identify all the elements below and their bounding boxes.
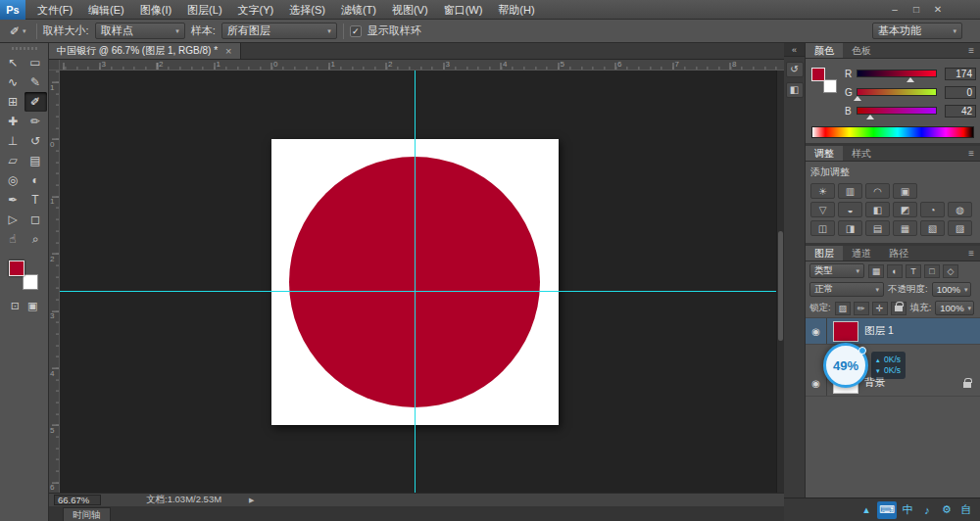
tray-settings-icon[interactable]: ⚙: [938, 501, 956, 519]
clone-stamp-tool[interactable]: ⊥: [2, 131, 24, 151]
g-channel-slider[interactable]: [857, 88, 937, 96]
photo-filter-adjustment-icon[interactable]: ◔: [920, 202, 945, 217]
lasso-tool[interactable]: ∿: [2, 72, 24, 92]
status-popup-arrow[interactable]: ▶: [249, 497, 254, 504]
panel-menu-icon[interactable]: ≡: [962, 43, 980, 58]
lock-position-icon[interactable]: ✛: [872, 302, 888, 315]
tab-color[interactable]: 颜色: [806, 43, 843, 58]
gradient-tool[interactable]: ▤: [24, 151, 47, 170]
pen-tool[interactable]: ✒: [2, 190, 24, 210]
tab-layers[interactable]: 图层: [806, 246, 843, 260]
guide-vertical[interactable]: [415, 71, 416, 493]
shape-tool[interactable]: ◻: [24, 210, 47, 229]
dodge-tool[interactable]: ◐: [24, 170, 47, 190]
marquee-tool[interactable]: ▭: [24, 53, 47, 72]
tray-ime-chinese-icon[interactable]: 中: [899, 501, 916, 519]
crop-tool[interactable]: ⊞: [2, 92, 24, 112]
expand-panels-button[interactable]: «: [784, 43, 805, 57]
r-channel-value-field[interactable]: 174: [945, 68, 976, 80]
fill-select[interactable]: 100% ▾: [935, 301, 974, 315]
hand-tool[interactable]: ☝: [2, 229, 24, 249]
opacity-select[interactable]: 100% ▾: [932, 282, 971, 297]
vertical-scrollbar[interactable]: [776, 71, 784, 493]
lock-image-pixels-icon[interactable]: ✏: [854, 302, 869, 315]
filter-shape-layers-icon[interactable]: □: [924, 264, 940, 278]
properties-panel-icon[interactable]: ◧: [786, 82, 804, 98]
filter-smart-objects-icon[interactable]: ◇: [943, 264, 958, 278]
menu-item-图层(L)[interactable]: 图层(L): [179, 0, 229, 20]
visibility-eye-icon[interactable]: ◉: [806, 318, 827, 344]
menu-item-文件(F)[interactable]: 文件(F): [29, 0, 80, 20]
scrollbar-thumb[interactable]: [778, 231, 783, 341]
healing-brush-tool[interactable]: ✚: [2, 112, 24, 131]
tab-swatches[interactable]: 色板: [843, 43, 880, 58]
menu-item-图像(I)[interactable]: 图像(I): [132, 0, 179, 20]
workspace-switcher[interactable]: 基本功能 ▾: [872, 23, 962, 39]
slider-thumb[interactable]: [866, 115, 874, 119]
slider-thumb[interactable]: [854, 96, 861, 101]
history-brush-tool[interactable]: ↺: [24, 131, 47, 151]
sample-size-select[interactable]: 取样点 ▾: [95, 23, 185, 39]
background-color-swatch[interactable]: [823, 79, 837, 93]
blur-tool[interactable]: ◎: [2, 170, 24, 190]
invert-adjustment-icon[interactable]: ◨: [838, 220, 862, 236]
blend-mode-select[interactable]: 正常 ▾: [809, 282, 884, 297]
g-channel-value-field[interactable]: 0: [945, 86, 976, 99]
hue-saturation-adjustment-icon[interactable]: ◒: [838, 202, 862, 217]
document-tab[interactable]: 中国银行 @ 66.7% (图层 1, RGB/8) * ×: [49, 43, 241, 59]
move-tool[interactable]: ↖: [2, 53, 24, 72]
tab-styles[interactable]: 样式: [843, 146, 880, 161]
brush-tool[interactable]: ✏: [24, 112, 47, 131]
foreground-color-swatch[interactable]: [9, 260, 24, 276]
canvas-viewport[interactable]: 321012345678 10123456: [49, 60, 784, 493]
filter-pixel-layers-icon[interactable]: ▦: [868, 264, 884, 278]
maximize-button[interactable]: □: [906, 0, 927, 20]
filter-adjustment-layers-icon[interactable]: ◐: [887, 264, 903, 278]
tab-close-icon[interactable]: ×: [225, 45, 231, 57]
network-speed-widget[interactable]: 49% ▴0K/s ▾0K/s: [823, 343, 906, 388]
channel-mixer-adjustment-icon[interactable]: ◍: [948, 202, 972, 217]
gradient-map-adjustment-icon[interactable]: ▧: [920, 220, 945, 236]
tool-preset-picker[interactable]: ✐ ▾: [6, 22, 30, 41]
menu-item-视图(V)[interactable]: 视图(V): [384, 0, 436, 20]
panel-menu-icon[interactable]: ≡: [962, 246, 980, 260]
layer-row-1[interactable]: ◉图层 1: [806, 318, 980, 345]
quick-mask-button[interactable]: ⊡: [11, 300, 20, 312]
tab-adjustments[interactable]: 调整: [806, 146, 843, 161]
b-channel-slider[interactable]: [857, 107, 937, 115]
zoom-tool[interactable]: ⌕: [24, 229, 47, 249]
tab-channels[interactable]: 通道: [843, 246, 880, 260]
sample-select[interactable]: 所有图层 ▾: [221, 23, 337, 39]
quick-selection-tool[interactable]: ✎: [24, 72, 47, 92]
screen-mode-button[interactable]: ▣: [27, 300, 37, 312]
tray-auto-icon[interactable]: 自: [957, 501, 975, 519]
posterize-adjustment-icon[interactable]: ▤: [865, 220, 890, 236]
eyedropper-tool[interactable]: ✐: [24, 92, 47, 112]
exposure-adjustment-icon[interactable]: ▣: [893, 183, 917, 199]
color-balance-adjustment-icon[interactable]: ◧: [865, 202, 890, 217]
zoom-level-field[interactable]: 66.67%: [54, 495, 101, 505]
foreground-color-swatch[interactable]: [811, 68, 825, 81]
background-color-swatch[interactable]: [23, 274, 38, 290]
threshold-adjustment-icon[interactable]: ▦: [893, 220, 917, 236]
timeline-tab[interactable]: 时间轴: [63, 507, 111, 521]
close-button[interactable]: ✕: [927, 0, 949, 20]
color-spectrum-bar[interactable]: [811, 126, 974, 138]
eraser-tool[interactable]: ▱: [2, 151, 24, 170]
slider-thumb[interactable]: [906, 77, 914, 82]
tray-volume-icon[interactable]: ♪: [918, 501, 936, 519]
menu-item-帮助(H)[interactable]: 帮助(H): [490, 0, 542, 20]
panel-menu-icon[interactable]: ≡: [962, 146, 980, 161]
color-lookup-adjustment-icon[interactable]: ◫: [810, 220, 835, 236]
b-channel-value-field[interactable]: 42: [945, 105, 976, 118]
filter-type-layers-icon[interactable]: T: [906, 264, 921, 278]
r-channel-slider[interactable]: [857, 70, 937, 77]
menu-item-窗口(W)[interactable]: 窗口(W): [436, 0, 491, 20]
type-tool[interactable]: T: [24, 190, 47, 210]
show-sampling-ring-checkbox[interactable]: ✓: [350, 25, 362, 37]
levels-adjustment-icon[interactable]: ▥: [838, 183, 862, 199]
menu-item-编辑(E)[interactable]: 编辑(E): [80, 0, 132, 20]
history-panel-icon[interactable]: ↺: [786, 62, 804, 77]
selective-color-adjustment-icon[interactable]: ▨: [948, 220, 972, 236]
menu-item-滤镜(T)[interactable]: 滤镜(T): [333, 0, 384, 20]
